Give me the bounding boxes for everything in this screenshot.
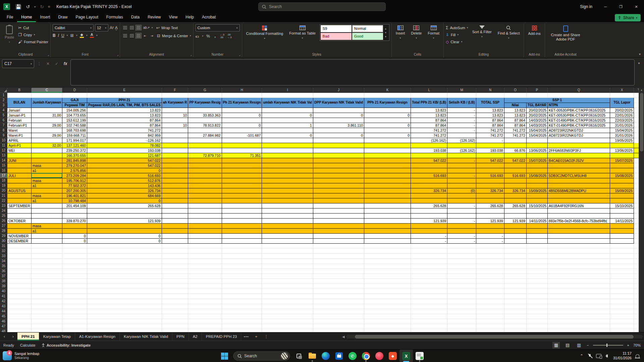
table-header-cell[interactable]: NTPN xyxy=(548,103,610,108)
cell[interactable] xyxy=(62,263,87,268)
ribbon-tab-view[interactable]: View xyxy=(165,13,182,22)
cell[interactable] xyxy=(313,268,364,274)
cell[interactable] xyxy=(87,319,162,324)
cell[interactable] xyxy=(526,153,547,158)
microsoft-store-button[interactable] xyxy=(332,350,346,362)
font-color-button[interactable]: A xyxy=(90,33,94,38)
table-header-cell[interactable]: ah Karyawan R xyxy=(162,98,188,108)
cell[interactable]: 32,00 xyxy=(31,143,62,148)
sheet-nav-right-icon[interactable]: › xyxy=(9,333,17,341)
cell[interactable] xyxy=(222,253,262,258)
cell[interactable] xyxy=(313,314,364,319)
cell[interactable] xyxy=(313,178,364,183)
cell[interactable]: a1 xyxy=(31,228,62,233)
cell[interactable] xyxy=(504,299,526,304)
cell[interactable] xyxy=(31,274,62,279)
cell[interactable] xyxy=(262,153,313,158)
cell[interactable]: 137.121.460 xyxy=(62,143,87,148)
table-header-cell[interactable]: Pegawai RAR,OS LAIN, TIM, PIM, BTS SALES xyxy=(87,103,162,108)
cell[interactable]: 121.687 xyxy=(87,153,162,158)
cell[interactable] xyxy=(188,93,222,98)
cell[interactable] xyxy=(610,279,634,284)
cell[interactable]: 741.272 xyxy=(87,128,162,133)
cell[interactable] xyxy=(188,324,222,329)
cell[interactable] xyxy=(222,158,262,163)
cell[interactable] xyxy=(222,93,262,98)
cell[interactable] xyxy=(188,304,222,309)
align-bottom-button[interactable] xyxy=(136,25,142,31)
cell[interactable]: 547.022 xyxy=(87,163,162,168)
cell[interactable] xyxy=(504,304,526,309)
undo-dropdown-icon[interactable]: ▾ xyxy=(33,2,37,11)
cell[interactable]: masa xyxy=(31,178,62,183)
cell[interactable] xyxy=(188,118,222,123)
cell[interactable] xyxy=(262,173,313,178)
cell[interactable] xyxy=(222,304,262,309)
cell[interactable] xyxy=(447,279,476,284)
align-top-button[interactable] xyxy=(122,25,128,31)
column-header[interactable]: M xyxy=(447,88,476,93)
cell[interactable] xyxy=(526,168,547,173)
cell[interactable] xyxy=(526,238,547,243)
row-header[interactable]: 22 xyxy=(0,198,7,203)
cell[interactable] xyxy=(526,319,547,324)
cell[interactable]: 0 xyxy=(87,238,162,243)
cell[interactable] xyxy=(313,233,364,238)
cell[interactable] xyxy=(188,178,222,183)
table-header-cell[interactable]: umlah Karyawan NIK Tidak Val xyxy=(262,98,313,108)
cell[interactable]: 102.740.588 xyxy=(62,123,87,128)
comma-style-icon[interactable]: ， xyxy=(213,33,217,39)
cell[interactable] xyxy=(504,213,526,218)
cell[interactable] xyxy=(548,319,610,324)
row-header[interactable]: 19 xyxy=(0,183,7,188)
cell[interactable] xyxy=(364,193,411,198)
align-middle-button[interactable] xyxy=(129,25,135,31)
cell[interactable] xyxy=(313,319,364,324)
column-header[interactable]: D xyxy=(62,88,87,93)
cell[interactable] xyxy=(262,213,313,218)
row-header[interactable]: 32 xyxy=(0,248,7,253)
cell[interactable] xyxy=(31,128,62,133)
vertical-scrollbar[interactable]: ▲ xyxy=(639,88,644,332)
cell[interactable] xyxy=(548,329,610,332)
cell[interactable] xyxy=(7,289,32,294)
cell[interactable] xyxy=(364,253,411,258)
cell[interactable]: 87.864 xyxy=(87,118,162,123)
cell[interactable]: 326.734 xyxy=(504,188,526,193)
cell[interactable] xyxy=(411,294,447,299)
cell[interactable]: KET-00530/PBK-CT/KPP.0616/2025 xyxy=(548,108,610,113)
addins-button[interactable]: Add-ins xyxy=(526,24,542,36)
cell[interactable] xyxy=(610,248,634,253)
cell[interactable] xyxy=(7,193,32,198)
column-header[interactable]: G xyxy=(188,88,222,93)
cell[interactable] xyxy=(188,193,222,198)
cell[interactable] xyxy=(526,324,547,329)
cell[interactable] xyxy=(162,218,188,223)
cell[interactable] xyxy=(504,153,526,158)
cell[interactable]: 29,00 xyxy=(31,133,62,138)
cell[interactable] xyxy=(188,223,222,228)
undo-icon[interactable]: ↺ xyxy=(23,2,32,11)
cell[interactable] xyxy=(262,188,313,193)
cell[interactable]: 20/02/2025 xyxy=(610,108,634,113)
cell[interactable] xyxy=(262,138,313,143)
cell[interactable] xyxy=(31,314,62,319)
row-header[interactable]: 30 xyxy=(0,238,7,243)
table-header-cell[interactable]: Ph 21 Karyawan Resign xyxy=(222,98,262,108)
cell[interactable] xyxy=(411,93,447,98)
speaker-icon[interactable] xyxy=(605,354,608,358)
cell[interactable]: 741.272 xyxy=(504,128,526,133)
cell[interactable]: - xyxy=(447,238,476,243)
cell[interactable] xyxy=(188,158,222,163)
cell[interactable] xyxy=(364,153,411,158)
cell[interactable] xyxy=(7,284,32,289)
cell[interactable] xyxy=(87,329,162,332)
format-as-table-button[interactable]: Format as Table▾ xyxy=(287,24,318,40)
cell[interactable] xyxy=(548,289,610,294)
table-header-cell[interactable]: PP Karyawan Resig xyxy=(188,98,222,108)
row-header[interactable]: 6 xyxy=(0,118,7,123)
cell[interactable] xyxy=(548,168,610,173)
close-button[interactable]: ✕ xyxy=(629,0,644,13)
tab-split-handle[interactable]: ⋮ xyxy=(261,333,271,341)
cell[interactable] xyxy=(447,143,476,148)
